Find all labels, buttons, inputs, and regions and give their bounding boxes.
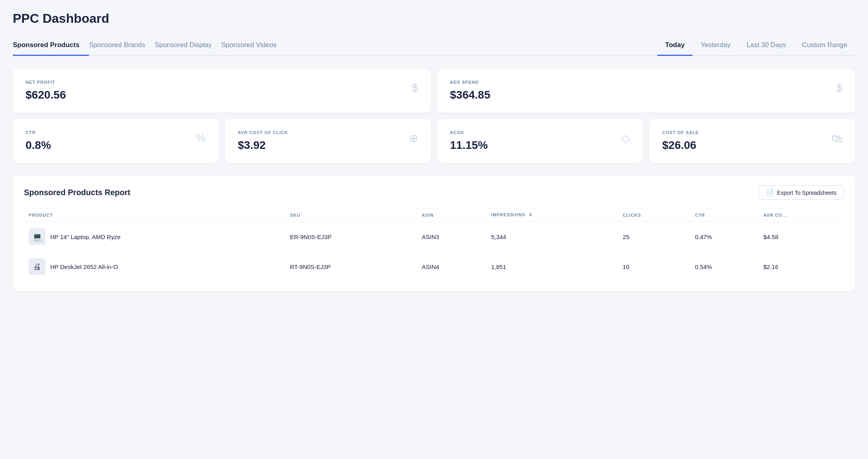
product-cell: 🖨 HP DeskJet 2652 All-in-O	[24, 252, 285, 282]
clicks-cell-2: 10	[618, 252, 690, 282]
col-header-avr-cost: AVR CO...	[759, 208, 844, 222]
product-image-1: 💻	[29, 228, 45, 245]
tab-today[interactable]: Today	[657, 36, 693, 56]
report-header: Sponsored Products Report 📄 Export To Sp…	[24, 185, 844, 200]
report-title: Sponsored Products Report	[24, 188, 130, 197]
page-title: PPC Dashboard	[13, 11, 855, 26]
metric-value-cost-of-sale: $26.06	[662, 139, 699, 152]
metric-label-cost-of-sale: COST OF SALE	[662, 130, 699, 135]
metric-card-avr-coc: AVR COST OF CLICK $3.92 ⊕	[225, 119, 431, 163]
sku-cell-1: ER-9N0S-EJ3P	[285, 222, 417, 252]
dollar-icon-ads-spend: $	[836, 81, 842, 94]
metric-value-ads-spend: $364.85	[450, 89, 490, 101]
metric-label-acos: ACOS	[450, 130, 488, 135]
dollar-icon-net-profit: $	[412, 81, 418, 94]
tab-sponsored-videos[interactable]: Sponsored Videos	[221, 36, 286, 56]
metrics-top: NET PROFIT $620.56 $ ADS SPEND $364.85 $	[13, 69, 855, 113]
table-row: 🖨 HP DeskJet 2652 All-in-O RT-9N0S-EJ3P …	[24, 252, 844, 282]
table-header-row: PRODUCT SKU ASIN IMPRESSIONS ⇕ CLICKS CT…	[24, 208, 844, 222]
metric-card-ctr: CTR 0.8% %	[13, 119, 219, 163]
asin-cell-1: ASIN3	[417, 222, 487, 252]
tab-sponsored-brands[interactable]: Sponsored Brands	[89, 36, 155, 56]
metric-value-net-profit: $620.56	[26, 89, 66, 101]
tab-sponsored-display[interactable]: Sponsored Display	[155, 36, 221, 56]
export-icon: 📄	[766, 189, 774, 196]
asin-cell-2: ASIN4	[417, 252, 487, 282]
metric-label-avr-coc: AVR COST OF CLICK	[238, 130, 288, 135]
export-button-label: Export To Spreadsheets	[777, 190, 836, 196]
tab-last-30-days[interactable]: Last 30 Days	[738, 36, 794, 56]
report-section: Sponsored Products Report 📄 Export To Sp…	[13, 176, 855, 291]
bag-icon: 🛍	[831, 132, 842, 145]
tabs-left: Sponsored Products Sponsored Brands Spon…	[13, 36, 286, 55]
ctr-cell-1: 0.47%	[690, 222, 759, 252]
metric-card-cost-of-sale: COST OF SALE $26.06 🛍	[649, 119, 855, 163]
tab-sponsored-products[interactable]: Sponsored Products	[13, 36, 89, 56]
product-image-2: 🖨	[29, 258, 45, 275]
crosshair-icon: ⊕	[409, 132, 418, 145]
metric-label-net-profit: NET PROFIT	[26, 80, 66, 85]
col-header-ctr: CTR	[690, 208, 759, 222]
metric-value-avr-coc: $3.92	[238, 139, 288, 152]
product-name-2: HP DeskJet 2652 All-in-O	[50, 263, 118, 270]
metric-value-acos: 11.15%	[450, 139, 488, 152]
impressions-cell-2: 1,851	[486, 252, 618, 282]
export-to-spreadsheets-button[interactable]: 📄 Export To Spreadsheets	[758, 185, 844, 200]
metric-label-ads-spend: ADS SPEND	[450, 80, 490, 85]
col-header-asin: ASIN	[417, 208, 487, 222]
sku-cell-2: RT-9N0S-EJ3P	[285, 252, 417, 282]
metric-card-net-profit: NET PROFIT $620.56 $	[13, 69, 431, 113]
col-header-clicks: CLICKS	[618, 208, 690, 222]
avr-cost-cell-2: $2.16	[759, 252, 844, 282]
sort-icon-impressions: ⇕	[529, 212, 533, 218]
col-header-impressions[interactable]: IMPRESSIONS ⇕	[486, 208, 618, 222]
ctr-cell-2: 0.54%	[690, 252, 759, 282]
avr-cost-cell-1: $4.58	[759, 222, 844, 252]
tag-icon: ◇	[621, 132, 630, 145]
metric-card-acos: ACOS 11.15% ◇	[437, 119, 643, 163]
product-cell: 💻 HP 14" Laptop, AMD Ryze	[24, 222, 285, 252]
tabs-row: Sponsored Products Sponsored Brands Spon…	[13, 36, 855, 56]
tab-yesterday[interactable]: Yesterday	[692, 36, 738, 56]
percent-icon: %	[196, 132, 206, 144]
tabs-right: Today Yesterday Last 30 Days Custom Rang…	[657, 36, 855, 55]
tab-custom-range[interactable]: Custom Range	[794, 36, 855, 56]
metrics-bottom: CTR 0.8% % AVR COST OF CLICK $3.92 ⊕ ACO…	[13, 119, 855, 163]
product-name-1: HP 14" Laptop, AMD Ryze	[50, 233, 120, 240]
impressions-cell-1: 5,344	[486, 222, 618, 252]
metric-card-ads-spend: ADS SPEND $364.85 $	[437, 69, 855, 113]
table-row: 💻 HP 14" Laptop, AMD Ryze ER-9N0S-EJ3P A…	[24, 222, 844, 252]
metric-value-ctr: 0.8%	[26, 139, 51, 152]
metric-label-ctr: CTR	[26, 130, 51, 135]
report-table: PRODUCT SKU ASIN IMPRESSIONS ⇕ CLICKS CT…	[24, 208, 844, 282]
col-header-sku: SKU	[285, 208, 417, 222]
col-header-product: PRODUCT	[24, 208, 285, 222]
clicks-cell-1: 25	[618, 222, 690, 252]
